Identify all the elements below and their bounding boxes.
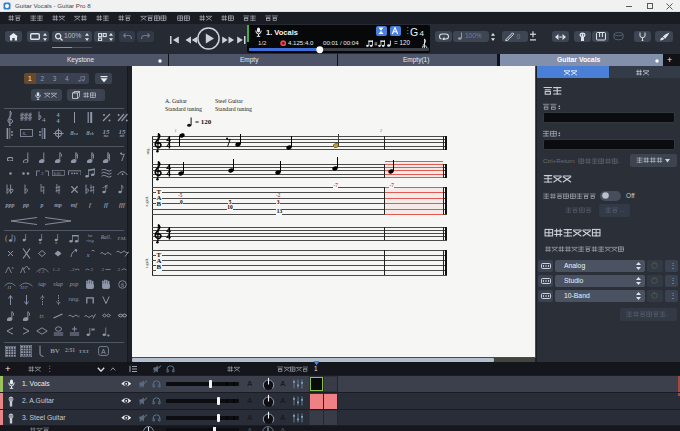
svg-text:8:85: 8:85 (53, 171, 60, 176)
svg-text:3: 3 (41, 170, 44, 175)
svg-text:x: x (27, 265, 31, 270)
svg-text:1 3: 1 3 (38, 268, 44, 273)
svg-text:(: ( (5, 234, 8, 243)
svg-text:6: 6 (121, 282, 124, 288)
svg-text:3: 3 (102, 267, 105, 272)
svg-text:3: 3 (90, 267, 93, 272)
svg-text:): ) (13, 234, 16, 243)
svg-text:x: x (10, 265, 14, 270)
svg-text:3: 3 (118, 267, 121, 272)
svg-text:x: x (86, 250, 91, 258)
svg-text:H: H (7, 285, 12, 290)
svg-text:–3: –3 (69, 267, 75, 272)
svg-text:4: 4 (42, 116, 46, 123)
svg-text:x.: x. (21, 130, 26, 136)
svg-text:H/P: H/P (20, 285, 29, 290)
svg-text:A: A (101, 348, 106, 355)
svg-text:1–3: 1–3 (52, 267, 60, 272)
